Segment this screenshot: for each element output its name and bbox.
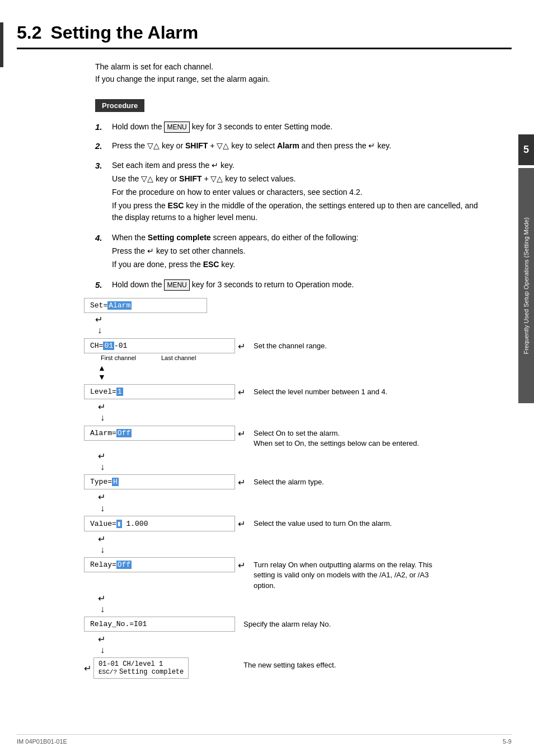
step-4-content: When the Setting complete screen appears… (112, 232, 484, 272)
alarm-enter-right: ↵ (238, 428, 245, 439)
value-desc: Select the value used to turn On the ala… (254, 516, 392, 529)
alarm-screen: Alarm=Off (84, 426, 235, 441)
step-5-num: 5. (95, 279, 112, 292)
procedure-label: Procedure (95, 99, 144, 112)
ch-screen: CH=01-01 (84, 338, 235, 353)
step-2: 2. Press the ▽△ key or SHIFT + ▽△ key to… (95, 140, 484, 153)
ch-left: CH=01-01 First channel Last channel (84, 338, 235, 361)
set-alarm-highlight: Alarm (107, 301, 132, 310)
complete-enter-left: ↵ (84, 663, 91, 674)
level-enter-right: ↵ (238, 387, 245, 398)
type-highlight: H (112, 478, 119, 486)
section-heading: 5.2 Setting the Alarm (17, 22, 512, 49)
ch-enter-right: ↵ (238, 341, 245, 352)
level-highlight: 1 (116, 388, 123, 396)
step-3: 3. Set each item and press the ↵ key. Us… (95, 160, 484, 225)
sidebar-tab: Frequently Used Setup Operations (Settin… (518, 168, 534, 403)
value-cursor: ▮ (116, 520, 122, 528)
step-1: 1. Hold down the MENU key for 3 seconds … (95, 121, 484, 134)
enter-arrow-top: ↵ (95, 315, 102, 324)
alarm-left: Alarm=Off (84, 426, 235, 441)
menu-key-1: MENU (164, 122, 189, 133)
relay-no-desc: Specify the alarm relay No. (243, 617, 331, 629)
complete-line2: Setting complete (119, 668, 184, 676)
step-5: 5. Hold down the MENU key for 3 seconds … (95, 279, 484, 292)
type-row: Type=H ↵ Select the alarm type. (84, 474, 512, 489)
relay-highlight: Off (116, 561, 132, 569)
complete-left: ↵ 01-01 CH/level 1 ESC/? Setting complet… (84, 657, 235, 680)
relay-enter-right: ↵ (238, 560, 245, 571)
type-left: Type=H (84, 474, 235, 489)
down2-relay: ↓ (100, 604, 105, 614)
down2-type: ↓ (100, 503, 105, 513)
down2-relayno: ↓ (100, 645, 105, 655)
intro-line1: The alarm is set for each channel. (95, 60, 512, 73)
intro-text: The alarm is set for each channel. If yo… (95, 60, 512, 86)
down2-alarm: ↓ (100, 462, 105, 472)
complete-line2-row: ESC/? Setting complete (99, 668, 184, 676)
steps-container: 1. Hold down the MENU key for 3 seconds … (95, 121, 484, 292)
section-accent (0, 22, 3, 67)
complete-screen: 01-01 CH/level 1 ESC/? Setting complete (93, 657, 189, 679)
intro-line2: If you change the input range, set the a… (95, 73, 512, 85)
alarm-desc: Select On to set the alarm. When set to … (254, 426, 419, 449)
relay-row: Relay=Off ↵ Turn relay On when outputtin… (84, 557, 512, 591)
up-arrow-ch: ▲ (98, 363, 106, 373)
step-1-num: 1. (95, 121, 112, 134)
footer-left: IM 04P01B01-01E (17, 738, 67, 745)
relay-no-row: Relay_No.=I01 Specify the alarm relay No… (84, 617, 512, 632)
sidebar-chapter-number: 5 (518, 134, 534, 165)
step-3-content: Set each item and press the ↵ key. Use t… (112, 160, 484, 225)
page-footer: IM 04P01B01-01E 5-9 (17, 734, 512, 745)
step-3-num: 3. (95, 160, 112, 225)
sidebar-tab-text: Frequently Used Setup Operations (Settin… (522, 217, 530, 354)
diagram-container: Set=Alarm ↵ ↓ CH=01-01 First channel Las… (84, 298, 512, 680)
step-4-num: 4. (95, 232, 112, 272)
step-4: 4. When the Setting complete screen appe… (95, 232, 484, 272)
esc-label: ESC/? (99, 669, 117, 675)
ch-labels: First channel Last channel (101, 354, 235, 361)
type-enter-right: ↵ (238, 477, 245, 488)
section-number: 5.2 (17, 22, 41, 43)
step-5-content: Hold down the MENU key for 3 seconds to … (112, 279, 484, 292)
ch-desc: Set the channel range. (254, 338, 327, 351)
ch-row: CH=01-01 First channel Last channel ↵ Se… (84, 338, 512, 361)
footer-right: 5-9 (503, 738, 512, 745)
complete-row: ↵ 01-01 CH/level 1 ESC/? Setting complet… (84, 657, 512, 680)
relay-screen: Relay=Off (84, 557, 235, 572)
alarm-highlight: Off (116, 429, 132, 437)
down-arrow-value: ↵ (98, 534, 105, 544)
type-screen: Type=H (84, 474, 235, 489)
down-arrow-type: ↵ (98, 492, 105, 502)
value-enter-right: ↵ (238, 519, 245, 529)
complete-desc: The new setting takes effect. (243, 657, 336, 670)
level-screen: Level=1 (84, 384, 235, 399)
relay-no-left: Relay_No.=I01 (84, 617, 235, 632)
ch-highlight: 01 (103, 342, 114, 350)
down-arrow-alarm: ↵ (98, 451, 105, 461)
level-left: Level=1 (84, 384, 235, 399)
value-left: Value=▮ 1.000 (84, 516, 235, 531)
value-row: Value=▮ 1.000 ↵ Select the value used to… (84, 516, 512, 531)
down2-value: ↓ (100, 545, 105, 554)
down-arrow-top: ↓ (97, 325, 102, 335)
menu-key-2: MENU (164, 279, 189, 291)
step-1-content: Hold down the MENU key for 3 seconds to … (112, 121, 484, 134)
alarm-row: Alarm=Off ↵ Select On to set the alarm. … (84, 426, 512, 449)
down-arrow-relayno: ↵ (98, 634, 105, 644)
step-2-num: 2. (95, 140, 112, 153)
type-desc: Select the alarm type. (254, 474, 324, 487)
level-desc: Select the level number between 1 and 4. (254, 384, 387, 397)
value-screen: Value=▮ 1.000 (84, 516, 235, 531)
down-arrow-level: ↵ (98, 402, 105, 412)
level-row: Level=1 ↵ Select the level number betwee… (84, 384, 512, 399)
down-arrow-relay: ↵ (98, 594, 105, 603)
section-title: Setting the Alarm (50, 22, 198, 43)
relay-no-screen: Relay_No.=I01 (84, 617, 235, 632)
down2-level: ↓ (100, 413, 105, 422)
relay-left: Relay=Off (84, 557, 235, 572)
step-2-content: Press the ▽△ key or SHIFT + ▽△ key to se… (112, 140, 484, 153)
complete-line1: 01-01 CH/level 1 (99, 660, 184, 668)
relay-desc: Turn relay On when outputting alarms on … (254, 557, 444, 591)
down-arrow-ch2: ▼ (98, 372, 106, 382)
